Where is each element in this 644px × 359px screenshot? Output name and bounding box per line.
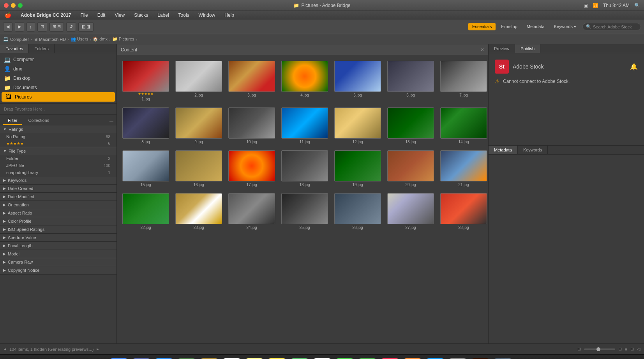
thumbnail-item[interactable]: 6.jpg xyxy=(386,59,436,103)
search-box[interactable]: 🔍 Search Adobe Stock xyxy=(582,23,641,30)
thumbnail-item[interactable]: 10.jpg xyxy=(227,106,277,146)
filter-jpeg[interactable]: JPEG file 100 xyxy=(0,162,116,169)
thumbnail-item[interactable]: 24.jpg xyxy=(227,192,277,231)
window-menu[interactable]: Window xyxy=(197,12,217,19)
filter-aspectratio-header[interactable]: ▶ Aspect Ratio xyxy=(0,209,116,217)
thumbnail-item[interactable]: 3.jpg xyxy=(227,59,277,103)
apple-menu[interactable]: 🍎 xyxy=(3,11,13,19)
filter-model-header[interactable]: ▶ Model xyxy=(0,250,116,258)
thumbnail-item[interactable]: 2.jpg xyxy=(174,59,224,103)
filter-copyright-header[interactable]: ▶ Copyright Notice xyxy=(0,266,116,274)
refine-button[interactable]: ◧ ◨ xyxy=(78,22,94,32)
filter-iso-header[interactable]: ▶ ISO Speed Ratings xyxy=(0,225,116,233)
minimize-button[interactable] xyxy=(11,3,16,8)
tab-filmstrip[interactable]: Filmstrip xyxy=(497,23,521,30)
grid-view-icon[interactable]: ⊞ xyxy=(630,347,634,352)
thumbnail-item[interactable]: 23.jpg xyxy=(174,192,224,231)
thumbnail-item[interactable]: ★★★★★1.jpg xyxy=(121,59,171,103)
tab-keywords[interactable]: Keywords ▾ xyxy=(550,23,580,30)
thumbnail-item[interactable]: 11.jpg xyxy=(280,106,330,146)
filter-folder[interactable]: Folder 3 xyxy=(0,155,116,162)
thumbnail-item[interactable]: 13.jpg xyxy=(386,106,436,146)
filter-ratings-header[interactable]: ▼ Ratings xyxy=(0,125,116,133)
file-menu[interactable]: File xyxy=(79,12,89,19)
filter-orientation-header[interactable]: ▶ Orientation xyxy=(0,201,116,209)
back-button[interactable]: ◀ xyxy=(3,22,12,32)
tab-metadata[interactable]: Metadata xyxy=(523,23,549,30)
thumbnail-item[interactable]: 18.jpg xyxy=(280,149,330,188)
status-nav-left[interactable]: ◂ xyxy=(4,347,6,352)
thumbnail-item[interactable]: 26.jpg xyxy=(333,192,383,231)
thumbnail-item[interactable]: 9.jpg xyxy=(174,106,224,146)
label-menu[interactable]: Label xyxy=(156,12,170,19)
thumbnail-item[interactable]: 25.jpg xyxy=(280,192,330,231)
thumbnail-item[interactable]: 16.jpg xyxy=(174,149,224,188)
filter-tab-filter[interactable]: Filter xyxy=(3,116,22,125)
thumbnail-item[interactable]: 8.jpg xyxy=(121,106,171,146)
tab-meta-metadata[interactable]: Metadata xyxy=(489,146,518,154)
breadcrumb-macintosh[interactable]: 🖥 Macintosh HD xyxy=(34,37,66,42)
thumbnail-item[interactable]: 28.jpg xyxy=(439,192,488,231)
fav-documents[interactable]: 📁 Documents xyxy=(0,83,116,92)
filter-keywords-header[interactable]: ▶ Keywords xyxy=(0,176,116,184)
breadcrumb-dmx[interactable]: 🏠 dmx xyxy=(93,37,108,42)
tab-favorites[interactable]: Favorites xyxy=(0,44,29,53)
tab-publish[interactable]: Publish xyxy=(515,44,540,53)
panel-collapse-icon[interactable]: ◁ xyxy=(637,347,640,352)
filter-tab-collections[interactable]: Collections xyxy=(23,116,54,125)
filter-filetype-header[interactable]: ▼ File Type xyxy=(0,147,116,155)
filter-no-rating[interactable]: No Rating 98 xyxy=(0,133,116,140)
thumbnail-item[interactable]: 12.jpg xyxy=(333,106,383,146)
thumb-view-icon[interactable]: ⊞ xyxy=(577,347,581,352)
filter-datecreated-header[interactable]: ▶ Date Created xyxy=(0,185,116,192)
tab-folders[interactable]: Folders xyxy=(29,44,55,53)
filter-colorprofile-header[interactable]: ▶ Color Profile xyxy=(0,217,116,225)
tools-menu[interactable]: Tools xyxy=(177,12,191,19)
breadcrumb-computer[interactable]: Computer xyxy=(10,37,29,42)
thumbnail-item[interactable]: 14.jpg xyxy=(439,106,488,146)
forward-button[interactable]: ▶ xyxy=(15,22,24,32)
filter-aperture-header[interactable]: ▶ Aperture Value xyxy=(0,234,116,241)
thumbnail-item[interactable]: 27.jpg xyxy=(386,192,436,231)
reveal-button[interactable]: ⊡ xyxy=(37,22,47,32)
thumbnail-item[interactable]: 22.jpg xyxy=(121,192,171,231)
fav-desktop[interactable]: 📁 Desktop xyxy=(0,74,116,83)
breadcrumb-users[interactable]: 👥 Users xyxy=(71,37,88,42)
filter-snapndrag[interactable]: snapndraglibrary 1 xyxy=(0,169,116,176)
thumbnail-item[interactable]: 20.jpg xyxy=(386,149,436,188)
filter-5stars[interactable]: ★★★★★ 6 xyxy=(0,140,116,147)
nav-up-button[interactable]: ↑ xyxy=(26,22,35,32)
fav-pictures[interactable]: 🖼 Pictures xyxy=(2,92,115,102)
app-name-menu[interactable]: Adobe Bridge CC 2017 xyxy=(19,12,72,19)
fav-computer[interactable]: 💻 Computer xyxy=(0,55,116,64)
list-view-icon[interactable]: ⊟ xyxy=(618,347,622,352)
thumbnail-item[interactable]: 21.jpg xyxy=(439,149,488,188)
thumbnail-item[interactable]: 15.jpg xyxy=(121,149,171,188)
filter-collapse-icon[interactable]: — xyxy=(109,119,113,123)
tab-preview[interactable]: Preview xyxy=(489,44,515,53)
zoom-slider[interactable] xyxy=(584,348,615,350)
content-close-icon[interactable]: ✕ xyxy=(480,47,484,53)
status-nav-right[interactable]: ▸ xyxy=(97,347,99,352)
filter-datemodified-header[interactable]: ▶ Date Modified xyxy=(0,193,116,201)
filter-focal-header[interactable]: ▶ Focal Length xyxy=(0,242,116,250)
edit-menu[interactable]: Edit xyxy=(96,12,107,19)
thumbnail-item[interactable]: 17.jpg xyxy=(227,149,277,188)
filter-cameraraw-header[interactable]: ▶ Camera Raw xyxy=(0,258,116,266)
close-button[interactable] xyxy=(4,3,9,8)
stacks-menu[interactable]: Stacks xyxy=(132,12,150,19)
maximize-button[interactable] xyxy=(18,3,23,8)
detail-view-icon[interactable]: ≡ xyxy=(625,347,627,352)
tab-meta-keywords[interactable]: Keywords xyxy=(518,146,548,154)
thumbnail-item[interactable]: 7.jpg xyxy=(439,59,488,103)
view-switch-button[interactable]: ⊞ ⊟ xyxy=(49,22,64,32)
thumbnail-item[interactable]: 19.jpg xyxy=(333,149,383,188)
help-menu[interactable]: Help xyxy=(223,12,236,19)
search-icon[interactable]: 🔍 xyxy=(634,3,640,8)
thumbnail-item[interactable]: 4.jpg xyxy=(280,59,330,103)
refresh-button[interactable]: ↺ xyxy=(66,22,76,32)
breadcrumb-pictures[interactable]: 📁 Pictures xyxy=(112,37,134,42)
view-menu[interactable]: View xyxy=(113,12,126,19)
fav-dmx[interactable]: 👤 dmx xyxy=(0,64,116,74)
notification-bell-icon[interactable]: 🔔 xyxy=(630,63,638,70)
